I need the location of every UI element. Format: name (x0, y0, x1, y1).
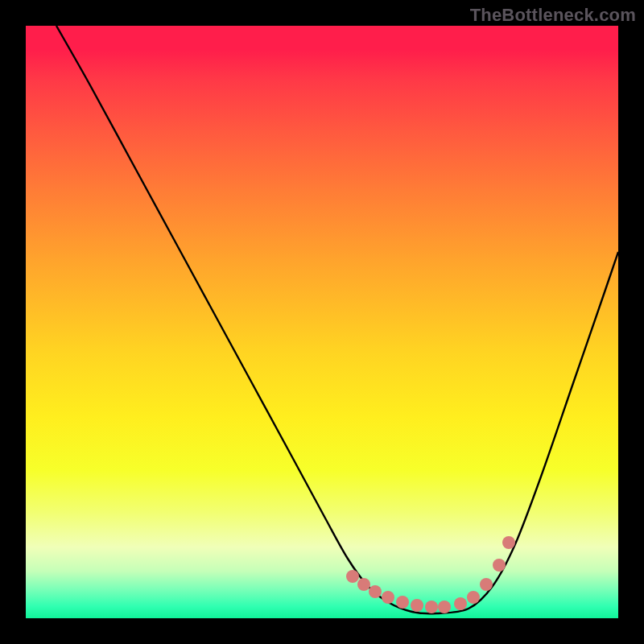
valley-dot (425, 601, 438, 613)
valley-dot (438, 601, 451, 613)
valley-dot (369, 585, 382, 598)
valley-dot (382, 591, 394, 604)
valley-dot (480, 578, 493, 591)
valley-dot (346, 570, 359, 583)
valley-dot (454, 597, 467, 610)
chart-svg (26, 26, 618, 618)
valley-dot (357, 578, 370, 591)
chart-canvas: TheBottleneck.com (0, 0, 644, 644)
plot-area (26, 26, 618, 618)
valley-dot (411, 599, 423, 612)
valley-dot (396, 596, 409, 609)
valley-dots (346, 536, 515, 613)
valley-dot (493, 559, 506, 572)
watermark-text: TheBottleneck.com (470, 5, 636, 26)
valley-dot (467, 591, 480, 604)
bottleneck-curve (56, 26, 618, 613)
valley-dot (502, 536, 515, 549)
